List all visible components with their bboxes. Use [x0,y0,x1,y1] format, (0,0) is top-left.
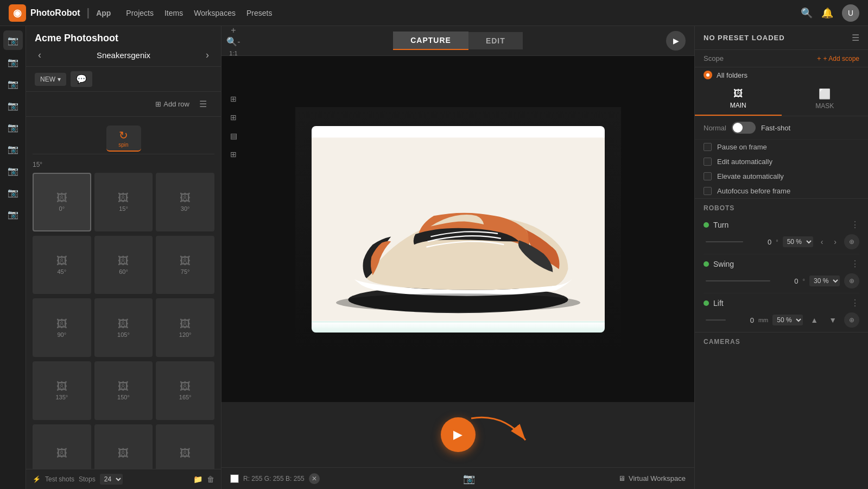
checkbox-elevate[interactable]: Elevate automatically [695,169,868,184]
checkbox-elevate-box[interactable] [704,172,712,180]
main-tab[interactable]: 🖼 MAIN [695,83,782,116]
checkbox-edit[interactable]: Edit automatically [695,154,868,169]
zoom-in-button[interactable]: 🔍+ [226,26,241,33]
nav-presets[interactable]: Presets [246,9,272,17]
search-icon[interactable]: 🔍 [801,7,813,19]
shot-grid-0: 🖼 0° 🖼 15° 🖼 30° [33,173,214,231]
shot-thumb-empty-2[interactable]: 🖼 [94,424,153,469]
shot-thumb-icon: 🖼 [56,318,67,330]
checkbox-autofocus-box[interactable] [704,187,712,195]
color-swatch [230,474,239,483]
robot-lift-target[interactable]: ⊕ [844,312,859,328]
normal-fastshot-toggle[interactable] [732,122,756,134]
clear-status-button[interactable]: ✕ [309,473,320,484]
icon-bar-camera-2[interactable]: 📷 [3,74,23,93]
robot-turn-value[interactable] [750,238,771,246]
shot-thumb-0deg[interactable]: 🖼 0° [33,173,91,231]
shot-thumb-15deg[interactable]: 🖼 15° [94,173,153,231]
preset-menu-button[interactable]: ☰ [852,33,859,43]
bell-icon[interactable]: 🔔 [821,7,833,19]
sidebar-nav-next[interactable]: › [202,48,212,62]
zoom-out-button[interactable]: 🔍- [226,34,241,49]
sidebar-toolbar: NEW ▾ 💬 [26,67,221,92]
icon-bar-camera-4[interactable]: 📷 [3,117,23,137]
robot-lift-status-dot [704,300,709,306]
shot-thumb-empty-3[interactable]: 🖼 [156,424,214,469]
sidebar-list-view-button[interactable]: ☰ [194,96,212,112]
grid-tool-button[interactable]: ⊞ [226,110,241,125]
user-avatar[interactable]: U [842,4,859,22]
icon-bar-camera-7[interactable]: 📷 [3,183,23,202]
mask-tab[interactable]: ⬜ MASK [782,83,869,116]
robot-lift-menu[interactable]: ⋮ [851,298,859,308]
sidebar-scroll: ↻ spin 15° 🖼 0° 🖼 15° 🖼 30° [26,117,221,469]
folder-icon[interactable]: 📁 [193,475,202,484]
new-label: NEW [40,76,55,83]
icon-bar-camera-1[interactable]: 📷 [3,52,23,72]
trash-icon[interactable]: 🗑 [207,475,214,484]
shot-thumb-45deg[interactable]: 🖼 45° [33,236,91,294]
shot-thumb-150deg[interactable]: 🖼 150° [94,361,153,420]
shot-thumb-105deg[interactable]: 🖼 105° [94,298,153,357]
virtual-workspace-button[interactable]: 🖥 Virtual Workspace [618,474,686,482]
shot-thumb-165deg[interactable]: 🖼 165° [156,361,214,420]
scope-all-folders[interactable]: All folders [695,67,868,83]
app-logo[interactable]: ◉ PhotoRobot | App [9,4,111,22]
robot-lift-value[interactable] [732,316,754,324]
robot-swing-target[interactable]: ⊕ [844,273,859,289]
checkbox-pause-box[interactable] [704,143,712,151]
nav-workspaces[interactable]: Workspaces [194,9,236,17]
comment-button[interactable]: 💬 [71,71,92,87]
shot-thumb-30deg[interactable]: 🖼 30° [156,173,214,231]
robot-swing-speed[interactable]: 30 % [809,275,840,286]
crop-tool-button[interactable]: ⊞ [226,91,241,106]
big-play-button[interactable]: ▶ [441,417,476,452]
robot-swing-menu[interactable]: ⋮ [851,259,859,269]
shot-thumb-60deg[interactable]: 🖼 60° [94,236,153,294]
checkbox-edit-box[interactable] [704,158,712,166]
robot-turn-target[interactable]: ⊕ [844,234,859,249]
shot-thumb-75deg[interactable]: 🖼 75° [156,236,214,294]
shot-thumb-135deg[interactable]: 🖼 135° [33,361,91,420]
icon-bar-camera-active[interactable]: 📷 [3,30,23,50]
checkbox-autofocus[interactable]: Autofocus before frame [695,184,868,198]
robot-lift-up[interactable]: ▲ [807,315,821,325]
shot-grid-1: 🖼 45° 🖼 60° 🖼 75° [33,236,214,294]
icon-bar-camera-6[interactable]: 📷 [3,161,23,180]
robot-turn-speed[interactable]: 50 % [783,236,813,247]
robot-lift-speed[interactable]: 50 % [772,315,803,325]
robot-turn-menu[interactable]: ⋮ [851,220,859,230]
robot-lift-down[interactable]: ▼ [826,315,840,325]
checkbox-pause[interactable]: Pause on frame [695,140,868,154]
add-scope-button[interactable]: + + Add scope [817,54,859,62]
shot-thumb-90deg[interactable]: 🖼 90° [33,298,91,357]
nav-items[interactable]: Items [164,9,183,17]
nav-projects[interactable]: Projects [126,9,154,17]
gallery-tool-button[interactable]: ▤ [226,128,241,143]
capture-play-button[interactable]: ▶ [666,31,686,51]
robot-lift-slider[interactable] [706,319,726,321]
robot-swing-value[interactable] [777,277,799,285]
icon-bar: 📷 📷 📷 📷 📷 📷 📷 📷 📷 [0,26,26,489]
add-row-button[interactable]: ⊞ Add row [155,100,189,108]
icon-bar-camera-3[interactable]: 📷 [3,96,23,115]
spin-icon-button[interactable]: ↻ spin [106,126,141,152]
edit-tab[interactable]: EDIT [468,32,523,49]
sidebar-nav-prev[interactable]: ‹ [35,48,45,62]
capture-tab[interactable]: CAPTURE [393,32,468,50]
shot-label-135: 135° [55,394,68,400]
shot-thumb-empty-1[interactable]: 🖼 [33,424,91,469]
shot-thumb-icon: 🖼 [118,318,129,330]
robot-swing-slider[interactable] [706,280,770,281]
sidebar-nav-title: Sneakersgenix [49,51,198,60]
icon-bar-camera-8[interactable]: 📷 [3,204,23,224]
icon-bar-camera-5[interactable]: 📷 [3,139,23,159]
new-button[interactable]: NEW ▾ [35,73,66,86]
shot-thumb-120deg[interactable]: 🖼 120° [156,298,214,357]
status-camera-button[interactable]: 📷 [463,473,475,485]
overlay-tool-button[interactable]: ⊞ [226,147,241,162]
robot-turn-prev[interactable]: ‹ [818,236,827,247]
robot-turn-next[interactable]: › [831,236,840,247]
robot-turn-slider[interactable] [706,241,743,242]
stops-select[interactable]: 24 [100,474,123,485]
